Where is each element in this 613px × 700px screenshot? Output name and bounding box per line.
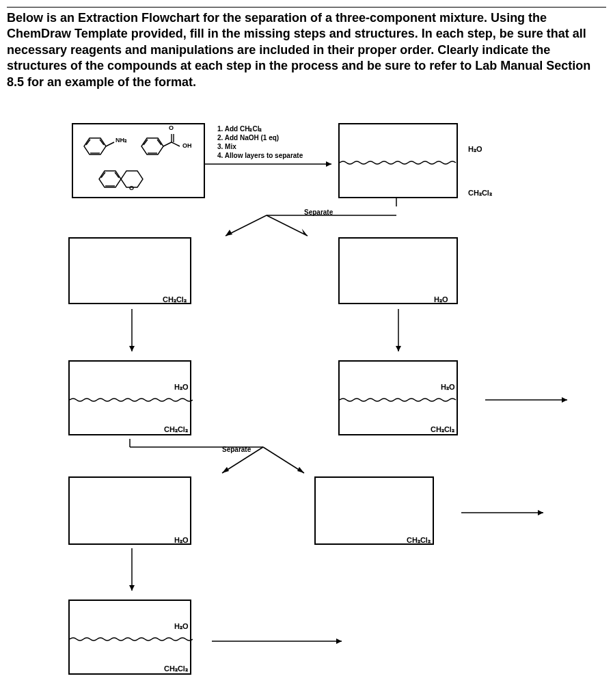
label-carbonyl-o: O xyxy=(169,124,174,131)
label-bottom-ch2cl2: CH₂Cl₂ xyxy=(164,664,188,673)
svg-marker-39 xyxy=(538,510,543,515)
wavy-divider-left xyxy=(70,397,193,403)
svg-marker-41 xyxy=(129,585,135,591)
struct-benzoic-acid xyxy=(135,130,189,163)
svg-marker-5 xyxy=(141,138,163,154)
label-nh2: NH₂ xyxy=(115,137,127,144)
fork-arrows-2 xyxy=(126,439,400,476)
svg-marker-0 xyxy=(84,138,106,154)
box-bottom-biphasic xyxy=(68,600,191,675)
steps-list: 1. Add CH₂Cl₂ 2. Add NaOH (1 eq) 3. Mix … xyxy=(217,124,303,160)
label-h2o-1: H₂O xyxy=(468,145,482,154)
svg-marker-35 xyxy=(222,467,229,473)
box-start: NH₂ O OH O xyxy=(72,123,205,198)
step-1: 1. Add CH₂Cl₂ xyxy=(217,124,303,133)
svg-line-12 xyxy=(172,142,180,146)
arrow-right-out-2 xyxy=(461,507,550,521)
svg-marker-27 xyxy=(129,346,135,351)
svg-marker-19 xyxy=(326,161,331,167)
svg-marker-23 xyxy=(226,230,232,236)
wavy-divider-bottom xyxy=(70,636,193,642)
label-left-ch2cl2: CH₂Cl₂ xyxy=(163,295,187,304)
svg-line-24 xyxy=(267,215,308,236)
label-left-ch2cl2-2: CH₂Cl₂ xyxy=(164,425,188,434)
flowchart-canvas: NH₂ O OH O 1. Add CH₂Cl₂ 2. Add NaOH (1 … xyxy=(7,104,606,700)
wavy-divider-right xyxy=(340,397,459,403)
svg-marker-13 xyxy=(99,171,121,187)
label-right-h2o: H₂O xyxy=(434,295,448,304)
arrow-start-to-biphasic xyxy=(205,159,338,172)
struct-bicyclic xyxy=(94,165,148,196)
label-bottom-h2o: H₂O xyxy=(174,622,189,631)
label-left-h2o-3: H₂O xyxy=(174,536,189,545)
arrow-right-down-1 xyxy=(393,309,407,357)
box-left-h2o-3 xyxy=(68,476,191,545)
box-left-ch2cl2 xyxy=(68,237,191,304)
label-right-ch2cl2-3: CH₂Cl₂ xyxy=(407,536,431,545)
label-right-h2o-2: H₂O xyxy=(441,383,455,392)
svg-marker-31 xyxy=(562,397,567,403)
svg-line-34 xyxy=(222,447,263,473)
svg-marker-43 xyxy=(336,638,342,644)
svg-marker-29 xyxy=(396,346,401,351)
label-ch2cl2-1: CH₂Cl₂ xyxy=(468,189,492,198)
label-oh: OH xyxy=(182,142,192,149)
label-ring-o: O xyxy=(129,185,134,191)
arrow-left-down-2 xyxy=(126,548,140,596)
step-3: 3. Mix xyxy=(217,142,303,151)
label-right-ch2cl2-2: CH₂Cl₂ xyxy=(431,425,454,434)
arrow-left-down-1 xyxy=(126,309,140,357)
wavy-divider-1 xyxy=(340,160,459,165)
step-2: 2. Add NaOH (1 eq) xyxy=(217,133,303,142)
svg-line-9 xyxy=(163,142,172,146)
svg-line-4 xyxy=(106,142,114,146)
instruction-text: Below is an Extraction Flowchart for the… xyxy=(7,7,606,90)
svg-marker-37 xyxy=(297,467,304,473)
svg-line-22 xyxy=(226,215,267,236)
box-left-biphasic xyxy=(68,360,191,435)
label-left-h2o-2: H₂O xyxy=(174,383,189,392)
arrow-right-out-1 xyxy=(485,394,574,408)
box-right-biphasic xyxy=(338,360,458,435)
arrow-bottom-out xyxy=(212,636,349,649)
svg-line-36 xyxy=(263,447,304,473)
box-biphasic-1 xyxy=(338,123,458,198)
box-right-ch2cl2-3 xyxy=(314,476,434,545)
fork-arrows-1 xyxy=(144,198,485,239)
box-right-h2o xyxy=(338,237,458,304)
